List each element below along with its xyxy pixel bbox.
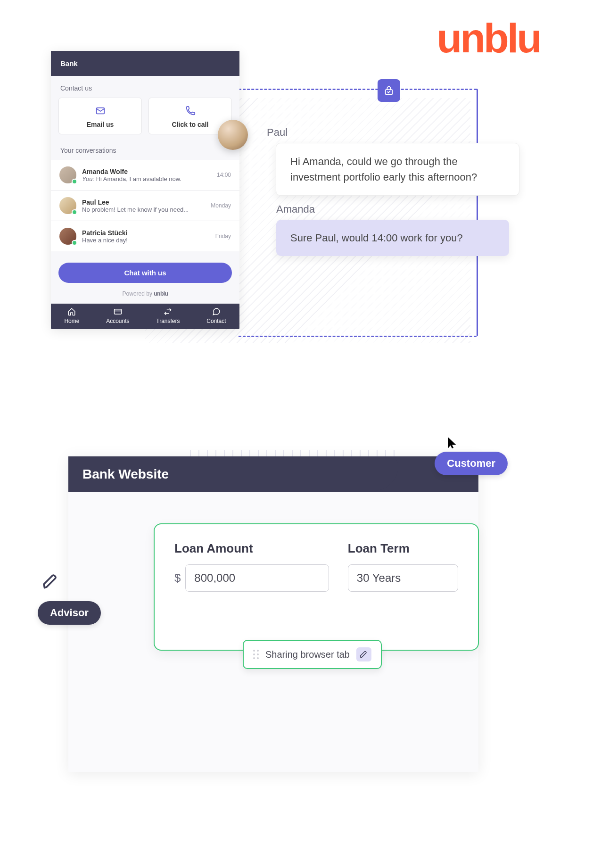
pen-icon	[42, 573, 59, 590]
amanda-message-bubble: Sure Paul, would 14:00 work for you?	[276, 220, 509, 256]
powered-by: Powered by unblu	[51, 286, 239, 304]
convo-section-title: Your conversations	[51, 138, 239, 160]
messaging-panel: Bank Contact us Email us Click to call Y…	[51, 51, 532, 372]
currency-symbol: $	[174, 571, 181, 585]
paul-message-bubble: Hi Amanda, could we go through the inves…	[276, 143, 519, 196]
annotate-icon[interactable]	[356, 647, 371, 661]
conversation-time: Monday	[211, 202, 231, 209]
website-title: Bank Website	[82, 467, 169, 482]
secure-link-line	[239, 89, 477, 90]
presence-icon	[72, 179, 77, 184]
nav-label: Home	[64, 318, 79, 324]
nav-label: Contact	[206, 318, 226, 324]
card-icon	[114, 307, 122, 316]
conversation-name: Amanda Wolfe	[82, 168, 211, 175]
contact-section-title: Contact us	[51, 76, 239, 98]
chat-with-us-button[interactable]: Chat with us	[58, 263, 232, 283]
sharing-tab-pill[interactable]: Sharing browser tab	[243, 640, 382, 669]
conversation-time: Friday	[215, 233, 231, 240]
loan-amount-label: Loan Amount	[174, 541, 329, 556]
advisor-avatar	[218, 120, 248, 150]
phone-icon	[185, 106, 196, 116]
email-us-label: Email us	[87, 121, 114, 128]
avatar	[59, 197, 76, 214]
presence-icon	[72, 240, 77, 246]
transfer-icon	[164, 307, 172, 316]
speaker-name-paul: Paul	[267, 126, 288, 139]
secure-link-line	[239, 336, 477, 337]
drag-handle-icon	[253, 650, 259, 659]
bank-app-mock: Bank Contact us Email us Click to call Y…	[51, 51, 239, 329]
nav-accounts[interactable]: Accounts	[106, 307, 129, 324]
phone-header: Bank	[51, 51, 239, 76]
lock-icon	[378, 79, 400, 102]
svg-rect-2	[114, 309, 121, 314]
email-us-card[interactable]: Email us	[58, 98, 142, 134]
nav-home[interactable]: Home	[64, 307, 79, 324]
conversation-name: Paul Lee	[82, 198, 205, 206]
bottom-nav: Home Accounts Transfers Contact	[51, 304, 239, 329]
chat-icon	[212, 307, 221, 316]
conversation-time: 14:00	[217, 172, 231, 178]
speaker-name-amanda: Amanda	[276, 203, 315, 215]
conversation-name: Patricia Stücki	[82, 229, 210, 237]
loan-term-label: Loan Term	[348, 541, 458, 556]
conversation-item[interactable]: Paul Lee No problem! Let me know if you …	[51, 190, 239, 221]
presence-icon	[72, 209, 77, 215]
advisor-badge: Advisor	[38, 601, 101, 625]
sharing-label: Sharing browser tab	[265, 649, 350, 660]
avatar	[59, 166, 76, 183]
cursor-icon	[446, 435, 458, 449]
nav-label: Accounts	[106, 318, 129, 324]
conversation-preview: Have a nice day!	[82, 237, 210, 244]
loan-amount-input[interactable]	[185, 564, 329, 592]
call-label: Click to call	[172, 121, 209, 128]
loan-term-input[interactable]	[348, 564, 458, 592]
nav-label: Transfers	[156, 318, 180, 324]
secure-link-line	[477, 89, 478, 336]
loan-form-card: Loan Amount $ Loan Term	[154, 523, 479, 651]
conversation-item[interactable]: Amanda Wolfe You: Hi Amanda, I am availa…	[51, 160, 239, 190]
nav-transfers[interactable]: Transfers	[156, 307, 180, 324]
conversation-preview: You: Hi Amanda, I am available now.	[82, 175, 211, 182]
mail-icon	[95, 106, 106, 116]
home-icon	[67, 307, 76, 316]
avatar	[59, 228, 76, 245]
conversation-item[interactable]: Patricia Stücki Have a nice day! Friday	[51, 221, 239, 251]
nav-contact[interactable]: Contact	[206, 307, 226, 324]
cobrowse-panel: Bank Website Customer Advisor Loan Amoun…	[24, 450, 518, 794]
customer-badge: Customer	[435, 452, 508, 475]
conversation-preview: No problem! Let me know if you need...	[82, 206, 205, 213]
